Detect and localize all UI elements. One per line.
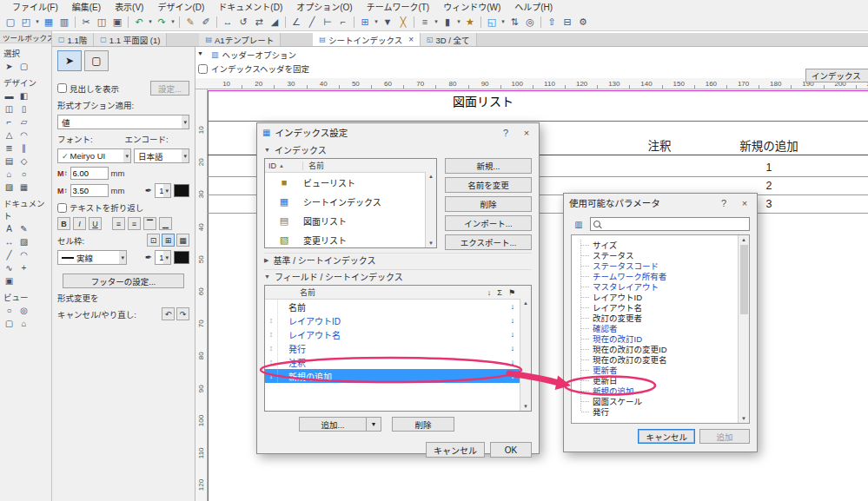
move-icon[interactable]: ↔ xyxy=(220,15,235,30)
menu-item[interactable]: ウィンドウ(W) xyxy=(436,0,507,13)
field-sort-icon[interactable]: ↓ xyxy=(507,302,519,311)
pickup-parameters-icon[interactable]: ✎ xyxy=(182,15,198,30)
toolbar-separator[interactable] xyxy=(540,16,541,28)
arrow-tool-icon[interactable]: ➤ xyxy=(2,60,17,73)
dialog-titlebar[interactable]: ▦ インデックス設定 ? × xyxy=(257,123,539,142)
section-view-icon[interactable]: ⇅ xyxy=(507,15,522,30)
cut-icon[interactable]: ✂ xyxy=(78,15,94,30)
tab-floor-1-1[interactable]: ▢ 1.1階 xyxy=(52,33,94,46)
rotate-icon[interactable]: ↺ xyxy=(235,15,251,30)
cell-border-all-icon[interactable]: ▦ xyxy=(176,234,189,247)
scroll-up-icon[interactable]: ▲ xyxy=(428,174,434,179)
resize-icon[interactable]: ◢ xyxy=(267,15,282,30)
menu-item[interactable]: オプション(O) xyxy=(289,0,359,13)
marquee-select-button[interactable]: ▢ xyxy=(84,50,109,71)
revert-redo-icon[interactable]: ↷ xyxy=(176,307,189,320)
tree-view-toggle-icon[interactable]: ▥ xyxy=(571,217,586,231)
publisher-icon[interactable]: ⇧ xyxy=(544,15,560,30)
field-sort-icon[interactable]: ↓ xyxy=(507,330,519,339)
index-item-change-list[interactable]: ▧ 変更リスト xyxy=(265,230,436,249)
cell-border-none-icon[interactable]: ⊡ xyxy=(147,234,160,247)
slab-tool-icon[interactable]: ▱ xyxy=(17,115,31,129)
inject-parameters-icon[interactable]: ✐ xyxy=(198,15,214,30)
intersect-icon[interactable]: ⌐ xyxy=(335,15,351,30)
cancel-button[interactable]: キャンセル xyxy=(426,442,485,458)
header-options-button[interactable]: ▥ ヘッダーオプション xyxy=(208,48,300,61)
index-item-sheet-index[interactable]: ▦ シートインデックス xyxy=(265,192,436,211)
reorder-handle-icon[interactable]: ↕ xyxy=(265,327,278,341)
index-list-header[interactable]: ID ▲ 名前 xyxy=(265,159,436,173)
border-pen-select[interactable]: 1 ▾ xyxy=(155,250,171,265)
menu-item[interactable]: 表示(V) xyxy=(108,0,150,13)
field-row[interactable]: ↕ 発行 ↓ xyxy=(265,341,531,355)
curtain-wall-tool-icon[interactable]: ▤ xyxy=(2,155,17,168)
tab-a1-template[interactable]: ▤ A1テンプレート xyxy=(199,33,281,46)
line-tool-icon[interactable]: ╱ xyxy=(2,248,17,261)
revert-undo-icon[interactable]: ↶ xyxy=(162,307,175,320)
fields-name-column-header[interactable]: 名前 xyxy=(265,287,487,298)
layers-icon[interactable]: ≡ xyxy=(417,15,433,30)
reorder-handle-icon[interactable]: ↕ xyxy=(265,355,278,369)
align-center-icon[interactable]: ≡ xyxy=(128,217,141,230)
field-row[interactable]: 名前 ↓ xyxy=(265,300,531,313)
delete-index-button[interactable]: 削除 xyxy=(445,196,532,212)
add-field-button[interactable]: 追加... xyxy=(299,417,367,432)
hotspot-tool-icon[interactable]: + xyxy=(17,261,31,274)
roof-tool-icon[interactable]: △ xyxy=(2,129,17,142)
adjust-icon[interactable]: ⊢ xyxy=(320,15,335,30)
fill-tool-icon[interactable]: ▨ xyxy=(17,235,31,248)
export-button[interactable]: エクスポート... xyxy=(445,234,532,250)
import-button[interactable]: インポート... xyxy=(445,215,532,231)
split-icon[interactable]: ╱ xyxy=(304,15,320,30)
zone-tool-icon[interactable]: ▨ xyxy=(2,181,17,194)
trim-icon[interactable]: ∠ xyxy=(288,15,304,30)
dimension-tool-icon[interactable]: ↔ xyxy=(2,235,17,248)
pen-color-swatch[interactable] xyxy=(174,184,189,197)
heading-settings-button[interactable]: 設定... xyxy=(150,81,189,96)
organizer-icon[interactable]: ⊟ xyxy=(560,15,575,30)
font-size-input[interactable] xyxy=(70,167,109,180)
section-index-header[interactable]: ▼ インデックス xyxy=(264,143,532,156)
skylight-tool-icon[interactable]: ◇ xyxy=(17,155,31,168)
mesh-tool-icon[interactable]: ▦ xyxy=(17,181,31,194)
reorder-handle-icon[interactable]: ↕ xyxy=(265,313,278,327)
fix-index-header-checkbox[interactable] xyxy=(198,64,208,74)
field-sort-icon[interactable]: ↓ xyxy=(507,372,519,380)
parameter-search-input[interactable] xyxy=(604,219,746,230)
cancel-button[interactable]: キャンセル xyxy=(638,429,695,444)
3d-dropdown-icon[interactable]: ▾ xyxy=(500,15,507,30)
scroll-down-icon[interactable]: ▼ xyxy=(741,416,746,421)
3d-view-icon[interactable]: ◱ xyxy=(484,15,500,30)
print-icon[interactable]: ▥ xyxy=(56,15,72,30)
add-field-dropdown-icon[interactable]: ▼ xyxy=(367,417,381,432)
toolbar-separator[interactable] xyxy=(128,16,129,28)
settings-icon[interactable]: ⚙ xyxy=(575,15,591,30)
lamp-tool-icon[interactable]: ○ xyxy=(17,168,31,181)
toolbox-section-selection[interactable]: 選択 xyxy=(0,43,51,60)
cell-border-outer-icon[interactable]: ⊞ xyxy=(162,234,175,247)
field-sort-icon[interactable]: ↓ xyxy=(507,358,519,366)
spline-tool-icon[interactable]: ∿ xyxy=(2,261,17,274)
index-jump-button[interactable]: インデックス xyxy=(805,69,868,82)
scroll-up-icon[interactable]: ▲ xyxy=(523,300,528,306)
index-item-drawing-list[interactable]: ▤ 図面リスト xyxy=(265,211,436,230)
footer-settings-button[interactable]: フッターの設定... xyxy=(63,274,184,288)
parameter-item[interactable]: 発行 xyxy=(577,406,737,417)
toolbar-separator[interactable] xyxy=(216,16,217,28)
rename-index-button[interactable]: 名前を変更 xyxy=(445,177,532,193)
index-list-scrollbar[interactable]: ▲ ▼ xyxy=(425,172,436,247)
scrollbar-thumb[interactable] xyxy=(740,245,748,314)
gravity-icon[interactable]: ▼ xyxy=(380,15,395,30)
grid-dropdown-icon[interactable]: ▾ xyxy=(373,15,380,30)
sum-icon[interactable]: Σ xyxy=(497,288,502,297)
beam-tool-icon[interactable]: ⌐ xyxy=(2,115,17,129)
fields-list-scrollbar[interactable]: ▲ ▼ xyxy=(520,299,531,411)
menu-item[interactable]: ファイル(F) xyxy=(5,0,65,13)
encoding-select[interactable]: 日本語 ▾ xyxy=(134,148,189,163)
apply-format-select[interactable]: 値 ▾ xyxy=(57,115,189,129)
menu-item[interactable]: ドキュメント(D) xyxy=(211,0,289,13)
new-file-icon[interactable]: ▢ xyxy=(3,15,18,30)
id-column-header[interactable]: ID xyxy=(268,162,276,170)
walk-tool-icon[interactable]: ⌂ xyxy=(17,317,31,330)
tab-3d-all[interactable]: ◱ 3D / 全て xyxy=(421,33,477,46)
